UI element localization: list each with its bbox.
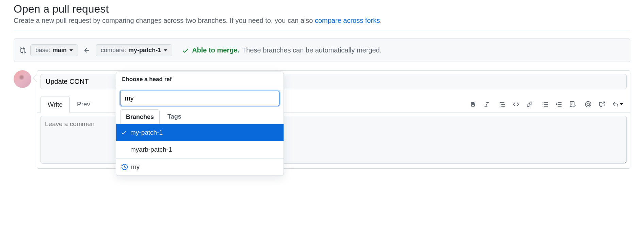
git-compare-icon <box>19 47 26 54</box>
avatar[interactable] <box>14 70 31 88</box>
history-icon <box>122 164 128 169</box>
compare-forks-link[interactable]: compare across forks <box>315 17 380 24</box>
mention-icon[interactable] <box>585 101 591 107</box>
merge-able-text: Able to merge. <box>192 46 239 54</box>
page-title: Open a pull request <box>14 3 630 15</box>
link-icon[interactable] <box>527 101 533 107</box>
code-icon[interactable] <box>513 101 519 107</box>
history-label: my <box>131 163 140 169</box>
check-icon <box>182 47 189 54</box>
italic-icon[interactable] <box>484 101 490 107</box>
check-icon <box>121 129 127 136</box>
dropdown-tab-tags[interactable]: Tags <box>162 109 187 124</box>
unordered-list-icon[interactable] <box>542 101 548 107</box>
merge-desc-text: These branches can be automatically merg… <box>242 46 382 54</box>
base-branch-button[interactable]: base: main <box>30 44 78 56</box>
cross-reference-icon[interactable] <box>599 101 605 107</box>
base-label: base: <box>35 47 50 54</box>
reply-icon[interactable] <box>612 101 623 107</box>
caret-down-icon <box>69 49 73 51</box>
branch-history-item[interactable]: my <box>116 158 284 169</box>
page-subtitle: Create a new pull request by comparing c… <box>14 17 630 30</box>
base-value: main <box>52 47 67 54</box>
caret-down-icon <box>164 49 167 51</box>
tab-write[interactable]: Write <box>41 96 70 112</box>
subtitle-suffix: . <box>380 17 382 24</box>
subtitle-text: Create a new pull request by comparing c… <box>14 17 315 24</box>
compare-bar: base: main compare: my-patch-1 Able to m… <box>14 39 630 62</box>
branch-item[interactable]: myarb-patch-1 <box>116 141 284 158</box>
compare-branch-button[interactable]: compare: my-patch-1 <box>96 44 172 56</box>
dropdown-tab-branches[interactable]: Branches <box>120 109 160 124</box>
ordered-list-icon[interactable] <box>556 101 562 107</box>
tasklist-icon[interactable] <box>569 101 576 107</box>
branch-item-selected[interactable]: my-patch-1 <box>116 124 284 141</box>
head-ref-dropdown: Choose a head ref Branches Tags my-patch… <box>116 72 284 169</box>
bold-icon[interactable] <box>470 101 476 107</box>
merge-status: Able to merge. These branches can be aut… <box>182 46 382 54</box>
branch-search-input[interactable] <box>120 91 279 106</box>
branch-label: myarb-patch-1 <box>130 146 172 153</box>
branch-label: my-patch-1 <box>130 129 163 136</box>
quote-icon[interactable] <box>499 101 505 107</box>
compare-label: compare: <box>101 47 126 54</box>
arrow-left-icon <box>82 47 92 54</box>
compare-value: my-patch-1 <box>128 47 161 54</box>
dropdown-header: Choose a head ref <box>116 72 284 87</box>
tab-preview[interactable]: Prev <box>70 96 97 112</box>
